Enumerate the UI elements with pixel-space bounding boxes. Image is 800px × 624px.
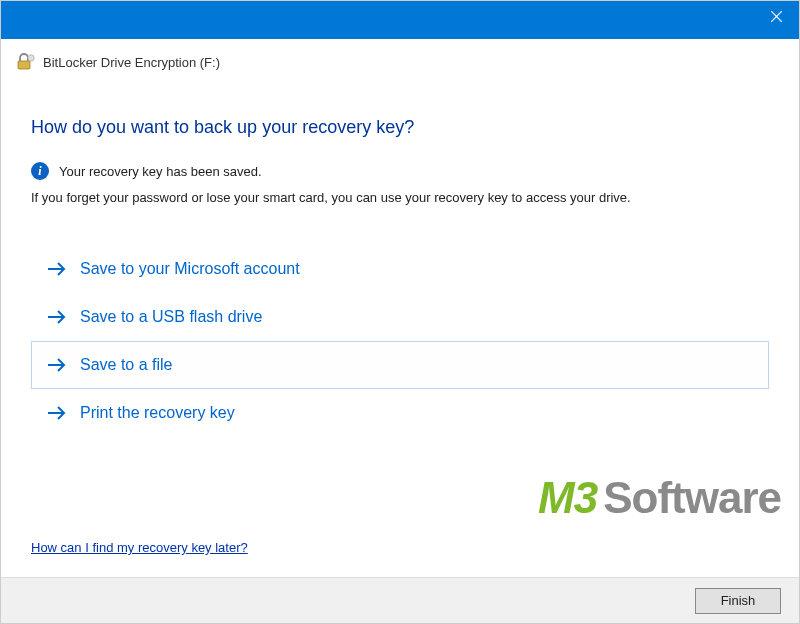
option-save-usb[interactable]: Save to a USB flash drive [31, 293, 769, 341]
svg-rect-2 [18, 61, 30, 69]
svg-point-3 [28, 55, 34, 61]
window-title: BitLocker Drive Encryption (F:) [43, 55, 220, 70]
content-area: How do you want to back up your recovery… [1, 89, 799, 577]
finish-button[interactable]: Finish [695, 588, 781, 614]
info-message: Your recovery key has been saved. [59, 164, 262, 179]
option-label: Save to your Microsoft account [80, 260, 300, 278]
option-label: Save to a file [80, 356, 173, 374]
footer: Finish [1, 577, 799, 623]
watermark-logo: M3Software [538, 473, 781, 523]
arrow-right-icon [46, 402, 68, 424]
titlebar [1, 1, 799, 39]
option-list: Save to your Microsoft account Save to a… [31, 245, 769, 437]
help-link[interactable]: How can I find my recovery key later? [31, 540, 248, 555]
option-print[interactable]: Print the recovery key [31, 389, 769, 437]
info-icon: i [31, 162, 49, 180]
close-icon [771, 11, 782, 22]
arrow-right-icon [46, 354, 68, 376]
option-save-file[interactable]: Save to a file [31, 341, 769, 389]
bitlocker-icon [17, 53, 35, 71]
close-button[interactable] [753, 1, 799, 31]
page-heading: How do you want to back up your recovery… [31, 117, 769, 138]
option-save-microsoft-account[interactable]: Save to your Microsoft account [31, 245, 769, 293]
header: BitLocker Drive Encryption (F:) [1, 39, 799, 89]
bitlocker-wizard-window: BitLocker Drive Encryption (F:) How do y… [0, 0, 800, 624]
option-label: Save to a USB flash drive [80, 308, 262, 326]
arrow-right-icon [46, 306, 68, 328]
arrow-right-icon [46, 258, 68, 280]
info-row: i Your recovery key has been saved. [31, 162, 769, 180]
description-text: If you forget your password or lose your… [31, 190, 769, 205]
option-label: Print the recovery key [80, 404, 235, 422]
